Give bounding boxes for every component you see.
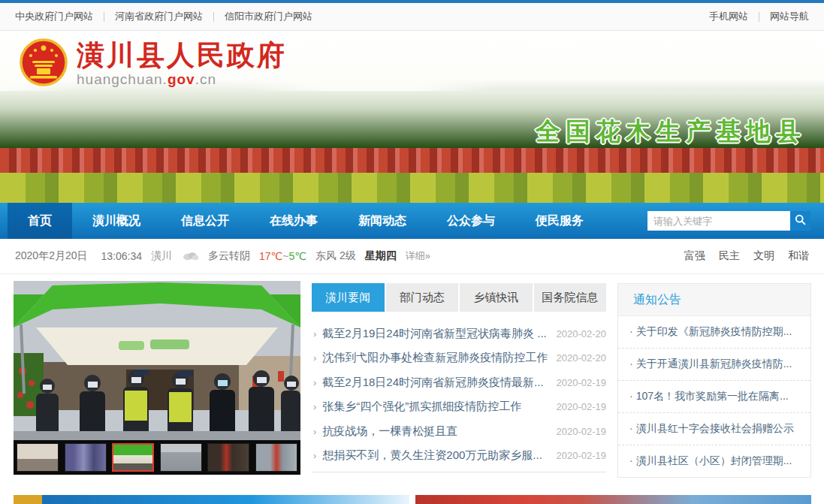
tab-state-council-info[interactable]: 国务院信息 (534, 283, 607, 312)
news-item[interactable]: › 截至2月19日24时河南省新型冠状病毒肺炎 ... 2020-02-20 (312, 321, 606, 346)
notice-item[interactable]: ·潢川县红十字会接收社会捐赠公示 (618, 413, 810, 445)
search-input[interactable] (647, 211, 790, 231)
notice-text: 关于开通潢川县新冠肺炎疫情防... (636, 358, 792, 370)
news-date: 2020-02-19 (557, 426, 607, 437)
news-title: 抗疫战场，一棵青松挺且直 (322, 424, 548, 439)
dot-bullet-icon: · (629, 325, 633, 337)
value-word: 和谐 (788, 249, 809, 263)
topbar-link-xinyang-gov[interactable]: 信阳市政府门户网站 (225, 10, 312, 23)
national-emblem-icon (20, 38, 68, 89)
nav-item-overview[interactable]: 潢川概况 (72, 203, 161, 239)
weather-condition: 多云转阴 (208, 249, 250, 263)
topbar-left-links: 中央政府门户网站 河南省政府门户网站 信阳市政府门户网站 (15, 10, 312, 23)
carousel-thumbnail[interactable] (255, 443, 297, 472)
banner-ad-right[interactable] (415, 495, 811, 504)
main-content: 潢川要闻 部门动态 乡镇快讯 国务院信息 › 截至2月19日24时河南省新型冠状… (14, 281, 811, 478)
logo-titles: 潢川县人民政府 huangchuan.gov.cn (77, 40, 287, 89)
info-bar: 2020年2月20日 13:06:34 潢川 多云转阴 17℃~5℃ 东风 2级… (0, 239, 824, 274)
main-navigation: 首页 潢川概况 信息公开 在线办事 新闻动态 公众参与 便民服务 (0, 203, 824, 239)
topbar: 中央政府门户网站 河南省政府门户网站 信阳市政府门户网站 手机网站 网站导航 (0, 3, 824, 31)
news-item[interactable]: › 张集乡“四个强化”抓实抓细疫情防控工作 2020-02-19 (312, 395, 606, 420)
topbar-link-sitemap[interactable]: 网站导航 (770, 10, 809, 23)
temp-separator: ~ (282, 250, 288, 262)
divider (104, 12, 104, 22)
notice-text: 107名！我市奖励第一批在隔离... (636, 390, 789, 402)
arrow-bullet-icon: › (313, 401, 316, 412)
search-icon (795, 214, 806, 228)
site-domain: huangchuan.gov.cn (77, 71, 287, 88)
notice-item[interactable]: ·关于印发《新冠肺炎疫情防控期... (618, 316, 810, 349)
core-values: 富强 民主 文明 和谐 (671, 249, 809, 263)
search-button[interactable] (790, 211, 810, 231)
dot-bullet-icon: · (629, 358, 633, 370)
nav-item-info-disclosure[interactable]: 信息公开 (161, 203, 249, 239)
header-banner: 潢川县人民政府 huangchuan.gov.cn 全国花木生产基地县 (0, 31, 824, 203)
notice-item[interactable]: ·107名！我市奖励第一批在隔离... (618, 381, 810, 413)
tab-township-express[interactable]: 乡镇快讯 (460, 283, 533, 312)
weather-city: 潢川 (151, 249, 172, 263)
value-word: 富强 (684, 249, 705, 263)
current-date: 2020年2月20日 (15, 249, 88, 263)
site-title: 潢川县人民政府 (77, 40, 287, 72)
news-title: 截至2月19日24时河南省新型冠状病毒肺炎 ... (322, 327, 548, 341)
carousel-thumbnail-active[interactable] (112, 443, 154, 472)
news-title: 截至2月18日24时河南省新冠肺炎疫情最新... (322, 376, 548, 390)
nav-item-news[interactable]: 新闻动态 (338, 203, 427, 239)
notice-box: 通知公告 ·关于印发《新冠肺炎疫情防控期... ·关于开通潢川县新冠肺炎疫情防.… (617, 283, 811, 478)
dot-bullet-icon: · (629, 390, 633, 402)
news-title: 沈伟到弋阳办事处检查新冠肺炎疫情防控工作 (322, 351, 548, 365)
arrow-bullet-icon: › (313, 426, 316, 437)
notice-item[interactable]: ·潢川县社区（小区）封闭管理期... (618, 445, 810, 477)
domain-gov: gov (168, 71, 195, 87)
notice-item[interactable]: ·关于开通潢川县新冠肺炎疫情防... (618, 349, 810, 381)
photo-carousel (14, 281, 300, 478)
weather-detail-link[interactable]: 详细» (406, 249, 430, 263)
news-date: 2020-02-20 (557, 328, 607, 340)
news-list: › 截至2月19日24时河南省新型冠状病毒肺炎 ... 2020-02-20 ›… (312, 321, 606, 472)
current-time: 13:06:34 (101, 250, 143, 262)
carousel-thumbnail[interactable] (207, 443, 249, 472)
news-item[interactable]: › 截至2月18日24时河南省新冠肺炎疫情最新... 2020-02-19 (312, 370, 606, 395)
arrow-bullet-icon: › (313, 377, 316, 388)
nav-item-home[interactable]: 首页 (8, 203, 72, 239)
carousel-thumbnail[interactable] (160, 443, 202, 472)
dot-bullet-icon: · (629, 454, 633, 466)
news-item[interactable]: › 抗疫战场，一棵青松挺且直 2020-02-19 (312, 419, 606, 444)
nav-item-online-services[interactable]: 在线办事 (249, 203, 338, 239)
topbar-link-mobile-site[interactable]: 手机网站 (709, 10, 748, 23)
search-box (647, 211, 810, 231)
site-logo[interactable]: 潢川县人民政府 huangchuan.gov.cn (20, 38, 287, 89)
topbar-link-henan-gov[interactable]: 河南省政府门户网站 (115, 10, 203, 23)
nav-item-convenience-services[interactable]: 便民服务 (515, 203, 604, 239)
news-title: 想捐买不到，黄久生注资200万元助家乡服... (322, 448, 548, 463)
news-date: 2020-02-19 (557, 450, 607, 461)
date-weather: 2020年2月20日 13:06:34 潢川 多云转阴 17℃~5℃ 东风 2级… (15, 249, 439, 263)
topbar-link-central-gov[interactable]: 中央政府门户网站 (15, 10, 93, 23)
tab-huangchuan-news[interactable]: 潢川要闻 (312, 283, 385, 312)
banner-slogan: 全国花木生产基地县 (536, 115, 806, 149)
banner-ad-left[interactable] (14, 495, 409, 504)
value-word: 文明 (753, 249, 774, 263)
news-tabs: 潢川要闻 部门动态 乡镇快讯 国务院信息 (312, 283, 606, 312)
domain-suffix: .cn (195, 71, 216, 87)
tab-department-updates[interactable]: 部门动态 (386, 283, 459, 312)
wind-info: 东风 2级 (315, 249, 356, 263)
carousel-photo[interactable] (14, 281, 300, 440)
dot-bullet-icon: · (629, 422, 633, 434)
carousel-thumbnails (14, 440, 300, 475)
nav-item-public-participation[interactable]: 公众参与 (427, 203, 515, 239)
temperature: 17℃~5℃ (259, 250, 306, 262)
news-section: 潢川要闻 部门动态 乡镇快讯 国务院信息 › 截至2月19日24时河南省新型冠状… (312, 281, 606, 478)
notices-title: 通知公告 (618, 284, 810, 316)
arrow-bullet-icon: › (313, 352, 316, 364)
news-item[interactable]: › 沈伟到弋阳办事处检查新冠肺炎疫情防控工作 2020-02-20 (312, 346, 606, 371)
carousel-thumbnail[interactable] (65, 443, 107, 472)
cloud-icon (181, 250, 199, 263)
divider (213, 12, 214, 22)
news-date: 2020-02-19 (557, 401, 607, 412)
news-title: 张集乡“四个强化”抓实抓细疫情防控工作 (322, 400, 548, 414)
arrow-bullet-icon: › (313, 450, 316, 461)
news-item[interactable]: › 想捐买不到，黄久生注资200万元助家乡服... 2020-02-19 (312, 444, 606, 469)
carousel-thumbnail[interactable] (17, 443, 59, 472)
temp-low: 5℃ (289, 250, 307, 262)
